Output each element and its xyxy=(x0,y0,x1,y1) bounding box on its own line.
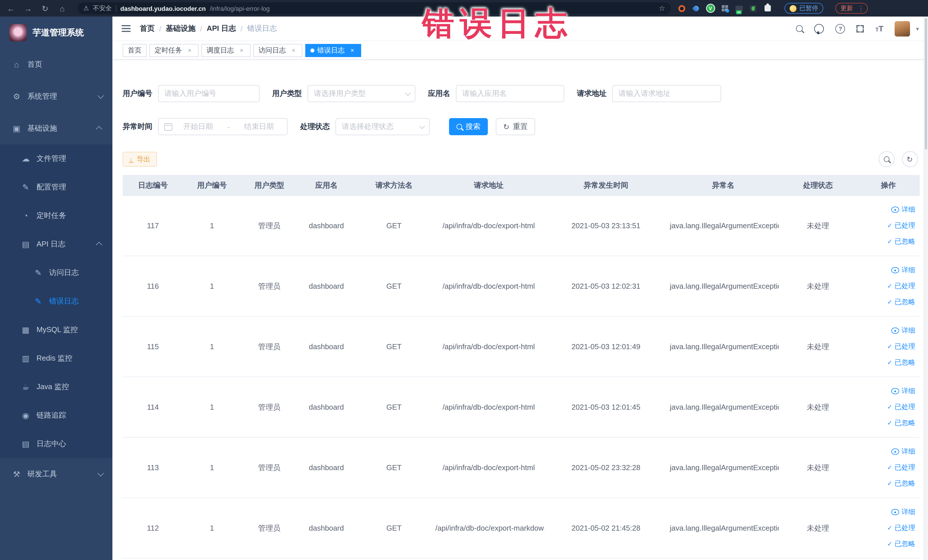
paused-badge[interactable]: 已暂停 xyxy=(785,3,823,14)
back-icon[interactable]: ← xyxy=(6,4,16,13)
refresh-table-button[interactable]: ↻ xyxy=(902,151,918,167)
sidebar-item-system[interactable]: ⚙系统管理 xyxy=(0,81,112,112)
action-ignored-link[interactable]: ✓已忽略 xyxy=(887,479,915,488)
app-name-input[interactable]: 请输入应用名 xyxy=(456,85,564,102)
sidebar-item-trace[interactable]: ◉链路追踪 xyxy=(0,401,112,430)
column-header-0: 日志编号 xyxy=(123,175,183,195)
action-detail-link[interactable]: 详细 xyxy=(891,386,915,396)
sidebar-item-label: 日志中心 xyxy=(37,439,103,449)
range-separator: - xyxy=(224,122,234,131)
puzzle-extensions-icon[interactable] xyxy=(763,4,771,12)
action-ignored-link[interactable]: ✓已忽略 xyxy=(887,418,915,428)
reset-button[interactable]: ↻ 重置 xyxy=(496,118,535,135)
update-button[interactable]: 更新 ⋮ xyxy=(835,3,868,14)
sidebar-item-config[interactable]: ✎配置管理 xyxy=(0,173,112,201)
cell-5: /api/infra/db-doc/export-markdown xyxy=(433,498,544,558)
fullscreen-icon[interactable] xyxy=(857,25,864,32)
sidebar-item-java[interactable]: ☕Java 监控 xyxy=(0,372,112,401)
user-type-select[interactable]: 请选择用户类型 xyxy=(308,85,415,102)
close-icon[interactable]: × xyxy=(349,47,356,53)
date-range-picker[interactable]: 开始日期 - 结束日期 xyxy=(158,118,288,135)
user-avatar[interactable] xyxy=(895,21,910,36)
hamburger-icon[interactable] xyxy=(122,25,131,32)
search-icon xyxy=(456,124,462,130)
sidebar-item-home[interactable]: ⌂首页 xyxy=(0,49,112,81)
export-button[interactable]: ↓ 导出 xyxy=(123,152,157,166)
shield-extension-icon[interactable] xyxy=(692,4,700,12)
breadcrumb-infra[interactable]: 基础设施 xyxy=(166,23,195,34)
action-processed-link[interactable]: ✓已处理 xyxy=(887,281,915,291)
cell-1: 1 xyxy=(183,316,241,377)
eye-icon xyxy=(891,509,899,515)
cell-1: 1 xyxy=(183,256,241,316)
close-icon[interactable]: × xyxy=(290,47,297,53)
close-icon[interactable]: × xyxy=(238,47,245,53)
action-ignored-link[interactable]: ✓已忽略 xyxy=(887,237,915,246)
search-icon[interactable] xyxy=(796,25,803,32)
action-detail-link[interactable]: 详细 xyxy=(891,326,915,336)
tab-home[interactable]: 首页 xyxy=(123,44,147,57)
address-bar[interactable]: ⚠ 不安全 dashboard.yudao.iocoder.cn/infra/l… xyxy=(78,2,671,14)
reload-icon[interactable]: ↻ xyxy=(40,4,50,13)
action-ignored-link[interactable]: ✓已忽略 xyxy=(887,297,915,307)
action-detail-link[interactable]: 详细 xyxy=(891,507,915,517)
cell-7: java.lang.IllegalArgumentException xyxy=(667,316,779,377)
action-ignored-link[interactable]: ✓已忽略 xyxy=(887,358,915,368)
tab-job[interactable]: 定时任务× xyxy=(150,44,198,57)
sidebar-item-error-log[interactable]: ✎错误日志 xyxy=(0,287,112,316)
sidebar-item-mysql[interactable]: ▦MySQL 监控 xyxy=(0,316,112,344)
user-id-input[interactable]: 请输入用户编号 xyxy=(158,85,259,102)
tab-access-log[interactable]: 访问日志× xyxy=(253,44,302,57)
action-processed-link[interactable]: ✓已处理 xyxy=(887,402,915,412)
bookmark-star-icon[interactable]: ☆ xyxy=(659,4,665,12)
action-processed-link[interactable]: ✓已处理 xyxy=(887,463,915,472)
font-size-icon[interactable]: TT xyxy=(876,24,884,33)
breadcrumb-api-log[interactable]: API 日志 xyxy=(207,23,236,34)
process-status-select[interactable]: 请选择处理状态 xyxy=(336,118,430,135)
action-processed-link[interactable]: ✓已处理 xyxy=(887,221,915,230)
forward-icon[interactable]: → xyxy=(23,4,33,13)
tab-job-log[interactable]: 调度日志× xyxy=(201,44,250,57)
adblock-extension-icon[interactable] xyxy=(678,4,686,12)
exception-time-label: 异常时间 xyxy=(123,122,152,132)
toggle-search-button[interactable] xyxy=(878,151,894,167)
action-detail-link[interactable]: 详细 xyxy=(891,265,915,275)
grid-extension-icon[interactable] xyxy=(720,4,729,12)
tab-error-log[interactable]: 错误日志× xyxy=(305,44,361,57)
caret-down-icon[interactable]: ▾ xyxy=(916,25,919,32)
sidebar-item-job[interactable]: ◔定时任务 xyxy=(0,201,112,230)
close-icon[interactable]: × xyxy=(186,47,194,53)
cell-4: GET xyxy=(355,377,433,437)
home-icon[interactable]: ⌂ xyxy=(57,4,67,13)
filter-row-2: 异常时间 开始日期 - 结束日期 处理状态 请选择处理状态 xyxy=(123,118,918,135)
switch-on-extension-icon[interactable] xyxy=(735,4,743,12)
check-icon: ✓ xyxy=(887,238,892,245)
sidebar-item-log-center[interactable]: ▤日志中心 xyxy=(0,430,112,458)
sidebar-item-dev-tools[interactable]: ⚒研发工具 xyxy=(0,458,112,490)
sidebar-item-infrastructure[interactable]: ▣基础设施 xyxy=(0,112,112,144)
action-detail-link[interactable]: 详细 xyxy=(891,447,915,456)
sidebar: 芋道管理系统 ⌂首页⚙系统管理▣基础设施☁文件管理✎配置管理◔定时任务▤API … xyxy=(0,17,112,560)
sidebar-item-file[interactable]: ☁文件管理 xyxy=(0,144,112,173)
cell-5: /api/infra/db-doc/export-html xyxy=(433,377,544,437)
plant-extension-icon[interactable] xyxy=(749,4,757,12)
request-url-input[interactable]: 请输入请求地址 xyxy=(612,85,721,102)
menu-dots-icon[interactable]: ⋮ xyxy=(858,4,864,12)
action-processed-link[interactable]: ✓已处理 xyxy=(887,523,915,533)
sidebar-item-label: 配置管理 xyxy=(37,182,103,192)
action-detail-link[interactable]: 详细 xyxy=(891,205,915,215)
github-icon[interactable] xyxy=(815,24,824,34)
cell-0: 116 xyxy=(123,256,183,316)
sidebar-item-label: Java 监控 xyxy=(37,382,103,392)
search-button[interactable]: 搜索 xyxy=(449,118,488,135)
action-ignored-link[interactable]: ✓已忽略 xyxy=(887,539,915,549)
sidebar-item-api-log[interactable]: ▤API 日志 xyxy=(0,230,112,258)
sidebar-item-access-log[interactable]: ✎访问日志 xyxy=(0,258,112,287)
user-id-label: 用户编号 xyxy=(123,89,152,99)
help-icon[interactable]: ? xyxy=(836,24,845,34)
breadcrumb-home[interactable]: 首页 xyxy=(140,23,155,34)
sidebar-item-redis[interactable]: ▥Redis 监控 xyxy=(0,344,112,372)
action-processed-link[interactable]: ✓已处理 xyxy=(887,342,915,351)
scrollbar-thumb[interactable] xyxy=(925,18,927,150)
v-extension-icon[interactable]: V xyxy=(706,4,714,12)
